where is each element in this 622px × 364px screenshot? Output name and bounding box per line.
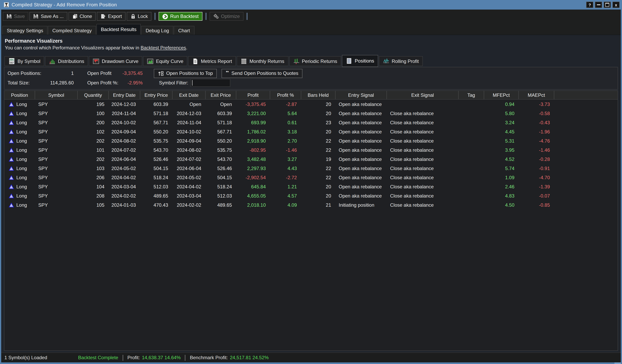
cell-profit-pct: 1.21 [270, 184, 301, 189]
cell-quantity: 202 [78, 138, 109, 144]
backtest-preferences-link[interactable]: Backtest Preferences [141, 45, 186, 51]
tab-debug-log[interactable]: Debug Log [141, 26, 173, 35]
table-row[interactable]: LongSPY2022024-06-04526.462024-07-02543.… [4, 155, 618, 164]
column-header-maepct[interactable]: MAEPct [519, 91, 554, 99]
cell-mae-pct: -3.73 [519, 101, 554, 107]
visualizer-tab-metrics-report[interactable]: Metrics Report [188, 56, 236, 66]
cell-entry-price: 535.75 [140, 138, 173, 144]
symbol-filter-input[interactable] [191, 79, 231, 87]
help-button[interactable]: ? [586, 1, 593, 8]
table-row[interactable]: LongSPY1952024-12-03603.39OpenOpen-3,375… [4, 100, 618, 109]
run-backtest-button-label: Run Backtest [170, 14, 199, 19]
save-as-button[interactable]: Save As ... [30, 12, 67, 21]
visualizer-tab-drawdown-curve[interactable]: Drawdown Curve [89, 56, 142, 66]
cell-profit-pct: 4.57 [270, 193, 301, 199]
column-header-entry-signal[interactable]: Entry Signal [335, 91, 387, 99]
cell-mfe-pct: 4.50 [484, 202, 519, 208]
column-header-position[interactable]: Position [4, 91, 35, 99]
cell-exit-date: 2024-08-02 [173, 147, 206, 153]
cell-entry-price: 550.20 [140, 129, 173, 134]
cell-profit: 3,221.00 [236, 110, 270, 116]
table-row[interactable]: LongSPY1052024-01-03470.432024-02-02489.… [4, 200, 618, 209]
column-header-exit-date[interactable]: Exit Date [173, 91, 206, 99]
visualizer-tab-by-symbol[interactable]: ABCDEFBy Symbol [4, 56, 44, 66]
table-row[interactable]: LongSPY1032024-05-02504.152024-06-04526.… [4, 164, 618, 173]
visualizer-tab-equity-curve[interactable]: Equity Curve [143, 56, 187, 66]
open-positions-to-top-label: Open Positions to Top [166, 71, 213, 76]
cell-symbol: SPY [35, 184, 78, 189]
position-side-label: Long [16, 165, 27, 171]
long-position-icon [9, 202, 14, 207]
visualizer-tab-periodic-returns[interactable]: Periodic Returns [289, 56, 341, 66]
export-button[interactable]: Export [97, 12, 125, 21]
table-row[interactable]: LongSPY2062024-04-02518.242024-05-02504.… [4, 173, 618, 182]
lock-button[interactable]: Lock [127, 12, 152, 21]
column-header-profit-[interactable]: Profit % [270, 91, 301, 99]
cell-exit-price: 567.71 [206, 129, 236, 134]
cell-mfe-pct: 5.80 [484, 110, 519, 116]
send-open-positions-to-quotes-button[interactable]: “ Send Open Positions to Quotes [222, 69, 302, 78]
optimize-button: Optimize [209, 12, 243, 21]
cell-exit-signal: Close aka rebalance [387, 202, 459, 208]
cell-symbol: SPY [35, 120, 78, 125]
visualizer-tab-distributions[interactable]: Distributions [45, 56, 88, 66]
column-header-entry-price[interactable]: Entry Price [140, 91, 173, 99]
performance-visualizers-heading: Performance Visualizers [5, 38, 618, 44]
close-button[interactable]: x [612, 1, 620, 8]
position-side-label: Long [16, 138, 27, 144]
visualizer-tab-positions[interactable]: Positions [342, 55, 378, 67]
status-bar: 1 Symbol(s) Loaded Backtest Complete Pro… [1, 352, 621, 363]
table-row[interactable]: LongSPY1022024-09-04550.202024-10-02567.… [4, 127, 618, 136]
column-header-entry-date[interactable]: Entry Date [109, 91, 140, 99]
table-row[interactable]: LongSPY2022024-08-02535.752024-09-04550.… [4, 136, 618, 145]
benchmark-profit-label: Benchmark Profit: [190, 355, 228, 360]
cell-profit: 693.99 [236, 120, 270, 125]
cell-entry-signal: Initiating position [335, 202, 387, 208]
column-header-symbol[interactable]: Symbol [35, 91, 78, 99]
cell-exit-signal: Close aka rebalance [387, 147, 459, 153]
cell-position: Long [4, 193, 35, 199]
cell-mae-pct: -4.70 [519, 175, 554, 180]
table-row[interactable]: LongSPY2082024-02-02489.652024-03-04512.… [4, 191, 618, 200]
tab-backtest-results[interactable]: Backtest Results [97, 24, 141, 35]
cell-position: Long [4, 110, 35, 116]
maximize-button[interactable] [604, 1, 611, 8]
visualizer-tab-monthly-returns[interactable]: Monthly Returns [237, 56, 288, 66]
column-header-bars-held[interactable]: Bars Held [301, 91, 335, 99]
column-header-tag[interactable]: Tag [459, 91, 484, 99]
run-backtest-button[interactable]: Run Backtest [159, 12, 202, 21]
cell-position: Long [4, 165, 35, 171]
table-row[interactable]: LongSPY2002024-10-02567.712024-11-04571.… [4, 118, 618, 127]
column-header-profit[interactable]: Profit [236, 91, 270, 99]
cell-entry-signal: Open aka rebalance [335, 184, 387, 189]
minimize-button[interactable] [595, 1, 602, 8]
table-row[interactable]: LongSPY1002024-11-04571.182024-12-03603.… [4, 109, 618, 118]
save-icon [6, 14, 12, 19]
cell-entry-signal: Open aka rebalance [335, 156, 387, 162]
cell-exit-date: 2024-05-02 [173, 175, 206, 180]
column-header-exit-signal[interactable]: Exit Signal [387, 91, 459, 99]
column-header-mfepct[interactable]: MFEPct [484, 91, 519, 99]
table-row[interactable]: LongSPY1042024-03-04512.032024-04-02518.… [4, 182, 618, 191]
table-row[interactable]: LongSPY1012024-07-02543.702024-08-02535.… [4, 145, 618, 155]
cell-mae-pct: -4.76 [519, 138, 554, 144]
open-positions-to-top-button[interactable]: Open Positions to Top [154, 69, 217, 78]
column-header-quantity[interactable]: Quantity [78, 91, 109, 99]
tab-strategy-settings[interactable]: Strategy Settings [2, 26, 48, 35]
cell-entry-price: 518.24 [140, 175, 173, 180]
column-header-exit-price[interactable]: Exit Price [206, 91, 236, 99]
cell-entry-signal: Open aka rebalance [335, 193, 387, 199]
optimize-button-label: Optimize [221, 14, 240, 19]
tab-compiled-strategy[interactable]: Compiled Strategy [48, 26, 96, 35]
play-icon [162, 13, 168, 19]
tab-chart[interactable]: Chart [174, 26, 194, 35]
visualizer-tab-rolling-profit[interactable]: Rolling Profit [379, 56, 423, 66]
profit-status-value: 14,638.37 14.64% [142, 355, 181, 360]
export-button-label: Export [108, 14, 122, 19]
clone-button[interactable]: Clone [68, 12, 96, 21]
performance-visualizers-subtitle: You can control which Performance Visual… [5, 45, 618, 51]
cell-entry-price: 489.65 [140, 193, 173, 199]
subtitle-text: You can control which Performance Visual… [5, 45, 141, 51]
cell-exit-date: Open [173, 101, 206, 107]
resize-grip[interactable] [614, 363, 621, 364]
